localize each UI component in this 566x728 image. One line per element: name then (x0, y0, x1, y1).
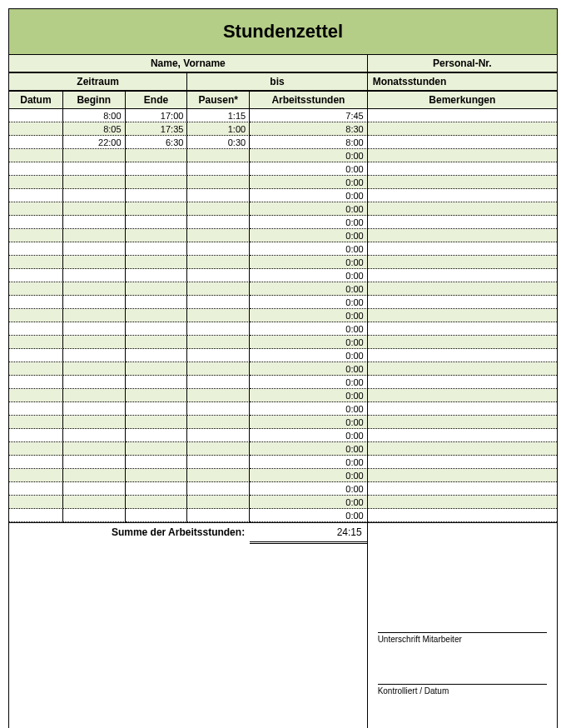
cell-arbeitsstunden: 8:00 (250, 136, 368, 149)
cell-pausen: 1:15 (187, 109, 250, 122)
cell-beginn (63, 429, 126, 442)
cell-ende (126, 509, 188, 522)
table-row: 0:00 (9, 482, 557, 496)
cell-bemerkungen (368, 389, 557, 402)
cell-bemerkungen (368, 402, 557, 416)
cell-beginn (63, 256, 126, 269)
table-row: 0:00 (9, 269, 557, 282)
cell-pausen (187, 202, 250, 216)
cell-ende: 17:35 (126, 122, 188, 136)
table-row: 0:00 (9, 242, 557, 256)
cell-arbeitsstunden: 0:00 (250, 176, 368, 189)
cell-bemerkungen (368, 509, 557, 522)
cell-pausen (187, 176, 250, 189)
cell-arbeitsstunden: 0:00 (250, 429, 368, 442)
cell-bemerkungen (368, 362, 557, 376)
col-datum: Datum (9, 91, 63, 109)
cell-pausen (187, 242, 250, 256)
cell-bemerkungen (368, 162, 557, 176)
cell-arbeitsstunden: 0:00 (250, 376, 368, 389)
cell-datum (9, 429, 63, 442)
cell-bemerkungen (368, 216, 557, 229)
cell-ende (126, 482, 188, 496)
cell-arbeitsstunden: 0:00 (250, 269, 368, 282)
cell-bemerkungen (368, 229, 557, 242)
cell-pausen (187, 429, 250, 442)
cell-bemerkungen (368, 189, 557, 202)
cell-pausen (187, 509, 250, 522)
signature-left-blank (9, 544, 368, 728)
table-row: 0:00 (9, 176, 557, 189)
cell-arbeitsstunden: 0:00 (250, 362, 368, 376)
cell-datum (9, 496, 63, 509)
cell-datum (9, 149, 63, 162)
cell-beginn (63, 349, 126, 362)
cell-datum (9, 376, 63, 389)
cell-ende (126, 322, 188, 336)
col-arbeitsstunden: Arbeitsstunden (250, 91, 368, 109)
cell-beginn (63, 309, 126, 322)
table-row: 0:00 (9, 336, 557, 349)
cell-arbeitsstunden: 0:00 (250, 509, 368, 522)
cell-ende (126, 176, 188, 189)
cell-datum (9, 349, 63, 362)
cell-beginn (63, 189, 126, 202)
cell-pausen (187, 282, 250, 296)
cell-datum (9, 402, 63, 416)
cell-arbeitsstunden: 0:00 (250, 202, 368, 216)
cell-datum (9, 162, 63, 176)
cell-pausen (187, 162, 250, 176)
cell-bemerkungen (368, 122, 557, 136)
cell-arbeitsstunden: 0:00 (250, 309, 368, 322)
cell-ende (126, 416, 188, 429)
cell-arbeitsstunden: 0:00 (250, 282, 368, 296)
table-row: 0:00 (9, 389, 557, 402)
cell-arbeitsstunden: 0:00 (250, 256, 368, 269)
cell-arbeitsstunden: 7:45 (250, 109, 368, 122)
cell-ende (126, 442, 188, 456)
cell-beginn (63, 176, 126, 189)
cell-datum (9, 136, 63, 149)
header-row-1: Name, Vorname Personal-Nr. (9, 55, 557, 72)
col-bemerkungen: Bemerkungen (368, 91, 557, 109)
cell-datum (9, 336, 63, 349)
cell-bemerkungen (368, 349, 557, 362)
cell-arbeitsstunden: 0:00 (250, 456, 368, 469)
cell-arbeitsstunden: 0:00 (250, 482, 368, 496)
cell-pausen (187, 469, 250, 482)
header-row-2: Zeitraum bis Monatsstunden (9, 72, 557, 91)
cell-beginn (63, 362, 126, 376)
cell-pausen (187, 349, 250, 362)
cell-bemerkungen (368, 296, 557, 309)
cell-bemerkungen (368, 242, 557, 256)
cell-bemerkungen (368, 482, 557, 496)
cell-pausen (187, 416, 250, 429)
cell-ende: 6:30 (126, 136, 188, 149)
cell-beginn (63, 269, 126, 282)
table-row: 0:00 (9, 216, 557, 229)
cell-pausen (187, 269, 250, 282)
table-row: 0:00 (9, 456, 557, 469)
cell-arbeitsstunden: 0:00 (250, 296, 368, 309)
cell-pausen (187, 189, 250, 202)
cell-beginn (63, 149, 126, 162)
monatsstunden-label: Monatsstunden (368, 72, 557, 91)
cell-ende (126, 349, 188, 362)
col-ende: Ende (126, 91, 188, 109)
cell-arbeitsstunden: 0:00 (250, 322, 368, 336)
cell-datum (9, 482, 63, 496)
cell-beginn (63, 469, 126, 482)
cell-datum (9, 416, 63, 429)
cell-pausen (187, 402, 250, 416)
cell-bemerkungen (368, 309, 557, 322)
cell-beginn: 8:00 (63, 109, 126, 122)
cell-arbeitsstunden: 0:00 (250, 389, 368, 402)
cell-datum (9, 442, 63, 456)
cell-pausen (187, 389, 250, 402)
cell-arbeitsstunden: 0:00 (250, 496, 368, 509)
cell-bemerkungen (368, 442, 557, 456)
table-row: 0:00 (9, 509, 557, 522)
signature-right: Unterschrift Mitarbeiter Kontrolliert / … (368, 544, 557, 728)
table-row: 0:00 (9, 202, 557, 216)
cell-datum (9, 509, 63, 522)
